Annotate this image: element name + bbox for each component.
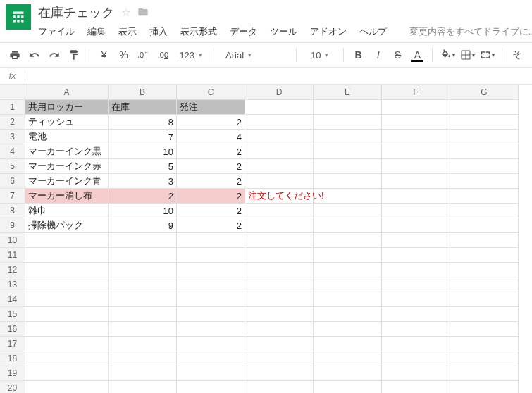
- cell[interactable]: [245, 100, 314, 115]
- row-header[interactable]: 16: [0, 322, 25, 337]
- cell[interactable]: [245, 381, 314, 393]
- cell[interactable]: [382, 292, 450, 307]
- cell[interactable]: [109, 337, 177, 351]
- cell[interactable]: [177, 351, 245, 366]
- cell[interactable]: [314, 381, 382, 393]
- cell[interactable]: [382, 366, 450, 381]
- cell[interactable]: [177, 263, 245, 277]
- cell[interactable]: [177, 381, 245, 393]
- cell[interactable]: [25, 322, 109, 337]
- cell[interactable]: [245, 322, 314, 337]
- col-header-F[interactable]: F: [382, 85, 450, 100]
- paint-format-icon[interactable]: [65, 46, 83, 64]
- increase-decimal[interactable]: .00: [154, 46, 172, 64]
- cell[interactable]: [314, 100, 382, 115]
- cell[interactable]: [109, 351, 177, 366]
- cell[interactable]: [314, 307, 382, 322]
- cell[interactable]: [109, 233, 177, 248]
- cell[interactable]: [314, 189, 382, 204]
- cell[interactable]: 2: [177, 115, 245, 130]
- cell[interactable]: [314, 130, 382, 144]
- cell[interactable]: [450, 115, 519, 130]
- col-header-B[interactable]: B: [109, 85, 177, 100]
- cell[interactable]: [177, 337, 245, 351]
- cell[interactable]: [382, 381, 450, 393]
- cell[interactable]: 注文してください!: [245, 189, 314, 204]
- cell[interactable]: [25, 366, 109, 381]
- row-header[interactable]: 19: [0, 366, 25, 381]
- menu-tools[interactable]: ツール: [270, 25, 297, 38]
- cell[interactable]: [450, 366, 519, 381]
- cell[interactable]: [382, 263, 450, 277]
- cell[interactable]: [245, 218, 314, 233]
- cell[interactable]: 掃除機パック: [25, 218, 109, 233]
- cell[interactable]: [450, 100, 519, 115]
- row-header[interactable]: 5: [0, 159, 25, 174]
- cell[interactable]: [382, 218, 450, 233]
- menu-view[interactable]: 表示: [118, 25, 137, 38]
- cell[interactable]: 5: [109, 159, 177, 174]
- cell[interactable]: 3: [109, 174, 177, 189]
- row-header[interactable]: 3: [0, 130, 25, 144]
- cell[interactable]: [109, 307, 177, 322]
- cell[interactable]: [245, 159, 314, 174]
- cell[interactable]: [177, 366, 245, 381]
- cell[interactable]: [314, 322, 382, 337]
- cell[interactable]: [245, 248, 314, 263]
- cell[interactable]: [25, 277, 109, 292]
- cell[interactable]: [450, 130, 519, 144]
- cell[interactable]: 10: [109, 144, 177, 159]
- cell[interactable]: [450, 263, 519, 277]
- cell[interactable]: [177, 233, 245, 248]
- cell[interactable]: [314, 115, 382, 130]
- cell[interactable]: [382, 189, 450, 204]
- cell[interactable]: [450, 233, 519, 248]
- row-header[interactable]: 7: [0, 189, 25, 204]
- menu-addons[interactable]: アドオン: [310, 25, 347, 38]
- cell[interactable]: [450, 337, 519, 351]
- cell[interactable]: [382, 337, 450, 351]
- cell[interactable]: [450, 307, 519, 322]
- row-header[interactable]: 1: [0, 100, 25, 115]
- row-header[interactable]: 15: [0, 307, 25, 322]
- undo-icon[interactable]: [25, 46, 44, 64]
- cell[interactable]: [450, 381, 519, 393]
- cell[interactable]: [109, 381, 177, 393]
- row-header[interactable]: 10: [0, 233, 25, 248]
- sheets-logo[interactable]: [6, 4, 31, 30]
- cell[interactable]: [450, 144, 519, 159]
- text-color-button[interactable]: A: [408, 46, 426, 64]
- cell[interactable]: 在庫: [109, 100, 177, 115]
- cell[interactable]: [450, 292, 519, 307]
- cell[interactable]: [25, 337, 109, 351]
- cell[interactable]: 7: [109, 130, 177, 144]
- row-header[interactable]: 6: [0, 174, 25, 189]
- cell[interactable]: [245, 263, 314, 277]
- cell[interactable]: 2: [177, 204, 245, 218]
- cell[interactable]: [382, 322, 450, 337]
- cell[interactable]: 2: [177, 218, 245, 233]
- cell[interactable]: [245, 144, 314, 159]
- fill-color-button[interactable]: ▾: [438, 46, 457, 64]
- toolbar-more[interactable]: そ: [508, 46, 526, 64]
- cell[interactable]: [245, 130, 314, 144]
- row-header[interactable]: 18: [0, 351, 25, 366]
- redo-icon[interactable]: [45, 46, 63, 64]
- row-header[interactable]: 12: [0, 263, 25, 277]
- cell[interactable]: [314, 144, 382, 159]
- cell[interactable]: [25, 263, 109, 277]
- cell[interactable]: [177, 277, 245, 292]
- cell[interactable]: 2: [177, 144, 245, 159]
- cell[interactable]: [109, 322, 177, 337]
- cell[interactable]: マーカーインク青: [25, 174, 109, 189]
- cell[interactable]: [177, 307, 245, 322]
- cell[interactable]: [314, 292, 382, 307]
- cell[interactable]: [314, 174, 382, 189]
- col-header-C[interactable]: C: [177, 85, 245, 100]
- cell[interactable]: [314, 277, 382, 292]
- cell[interactable]: [245, 351, 314, 366]
- row-header[interactable]: 14: [0, 292, 25, 307]
- cell[interactable]: [177, 248, 245, 263]
- doc-title[interactable]: 在庫チェック: [38, 4, 114, 21]
- cell[interactable]: [450, 322, 519, 337]
